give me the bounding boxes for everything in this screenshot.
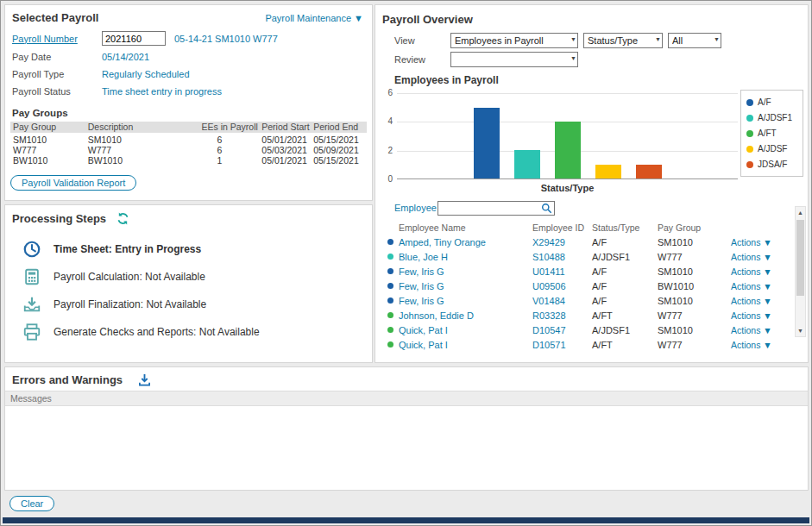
all-filter-select[interactable]: All — [668, 33, 721, 48]
period-end-cell: 05/15/2021 — [313, 155, 367, 166]
step-time-sheet: Time Sheet: Entry in Progress — [5, 235, 372, 263]
employee-row: Blue, Joe H S10488 A/JDSF1 W777 Actions … — [375, 249, 808, 264]
actions-menu[interactable]: Actions ▼ — [731, 266, 772, 277]
employee-search-row: Employee — [375, 198, 808, 217]
pay-groups-title: Pay Groups — [5, 100, 372, 122]
payroll-validation-report-button[interactable]: Payroll Validation Report — [10, 175, 136, 191]
status-type-cell: A/FT — [592, 310, 658, 321]
employee-row: Johnson, Eddie D R03328 A/FT W777 Action… — [375, 308, 808, 322]
pay-groups-header-row: Pay Group Description EEs in Payroll Per… — [10, 122, 367, 133]
employee-row: Few, Iris G U01411 A/F SM1010 Actions ▼ — [375, 264, 808, 279]
pay-date-label: Pay Date — [12, 52, 102, 62]
search-icon[interactable] — [541, 203, 552, 216]
processing-steps-panel: Processing Steps Time Sheet: Entr — [4, 204, 373, 363]
pay-group-cell: W777 — [658, 340, 731, 350]
column-header-employee-id: Employee ID — [532, 222, 592, 233]
employee-id-link[interactable]: X29429 — [532, 237, 592, 247]
employee-id-link[interactable]: V01484 — [532, 296, 592, 306]
clear-button[interactable]: Clear — [9, 496, 54, 511]
employee-table-scrollbar[interactable]: ▲ ▼ — [795, 206, 806, 337]
column-header-period-start: Period Start — [261, 122, 313, 133]
y-tick: 4 — [379, 116, 393, 126]
bar-A/JDSF1 — [514, 150, 540, 178]
status-type-cell: A/F — [592, 281, 658, 291]
legend-dot — [746, 99, 753, 106]
pay-group-cell: W777 — [658, 310, 731, 321]
pay-group-cell: W777 — [10, 145, 88, 155]
employee-name-link[interactable]: Johnson, Eddie D — [399, 310, 474, 321]
finalize-tray-icon — [22, 295, 41, 314]
actions-menu[interactable]: Actions ▼ — [731, 296, 772, 306]
employee-id-link[interactable]: D10547 — [532, 325, 592, 335]
step-payroll-finalization: Payroll Finalization: Not Available — [5, 291, 372, 318]
pay-group-cell: BW1010 — [658, 281, 731, 291]
actions-menu[interactable]: Actions ▼ — [731, 310, 772, 321]
column-header-ees: EEs in Payroll — [201, 122, 261, 133]
legend-label: A/JDSF1 — [758, 113, 792, 122]
view-select[interactable]: Employees in Payroll — [450, 33, 578, 48]
bottom-status-bar — [3, 517, 809, 523]
employee-id-link[interactable]: R03328 — [532, 310, 592, 321]
employee-name-link[interactable]: Amped, Tiny Orange — [399, 237, 486, 247]
bar-A/FT — [555, 122, 581, 178]
scrollbar-thumb[interactable] — [796, 220, 804, 296]
employee-name-link[interactable]: Blue, Joe H — [399, 252, 448, 262]
column-header-period-end: Period End — [313, 122, 367, 133]
pay-date-value: 05/14/2021 — [102, 52, 149, 62]
step-label: Payroll Finalization: Not Available — [54, 298, 206, 310]
pay-group-row: BW1010 BW1010 1 05/01/2021 05/15/2021 — [10, 155, 367, 166]
legend-dot — [746, 130, 753, 137]
ees-cell: 6 — [201, 135, 261, 145]
employee-name-link[interactable]: Few, Iris G — [399, 281, 444, 291]
employee-id-link[interactable]: S10488 — [532, 252, 592, 262]
payroll-type-value: Regularly Scheduled — [102, 69, 190, 79]
employee-id-link[interactable]: U01411 — [532, 266, 592, 277]
payroll-number-link[interactable]: Payroll Number — [12, 34, 102, 44]
description-cell: BW1010 — [88, 155, 202, 166]
status-dot — [387, 297, 393, 304]
pay-group-cell: W777 — [658, 252, 731, 262]
y-tick: 2 — [379, 146, 393, 155]
actions-menu[interactable]: Actions ▼ — [731, 281, 772, 291]
printer-icon — [22, 322, 41, 341]
employee-name-link[interactable]: Few, Iris G — [399, 296, 444, 306]
actions-menu[interactable]: Actions ▼ — [731, 340, 772, 350]
employee-name-link[interactable]: Quick, Pat I — [399, 340, 448, 350]
employee-name-link[interactable]: Few, Iris G — [399, 266, 444, 277]
legend-label: A/JDSF — [758, 144, 787, 153]
status-type-cell: A/JDSF1 — [592, 252, 658, 262]
calculator-icon — [22, 267, 41, 286]
actions-menu[interactable]: Actions ▼ — [731, 325, 772, 335]
pay-group-row: W777 W777 6 05/03/2021 05/09/2021 — [10, 145, 367, 155]
actions-menu[interactable]: Actions ▼ — [731, 237, 772, 247]
status-type-filter-select[interactable]: Status/Type — [583, 33, 663, 48]
status-dot — [387, 312, 393, 318]
legend-dot — [746, 146, 753, 153]
column-header-employee-name: Employee Name — [399, 222, 532, 233]
pay-group-cell: SM1010 — [658, 325, 731, 335]
payroll-number-input[interactable] — [102, 31, 166, 46]
payroll-overview-panel: Payroll Overview View Employees in Payro… — [375, 4, 809, 363]
employee-id-link[interactable]: D10571 — [532, 340, 592, 350]
employee-id-link[interactable]: U09506 — [532, 281, 592, 291]
actions-menu[interactable]: Actions ▼ — [731, 252, 772, 262]
payroll-status-row: Payroll Status Time sheet entry in progr… — [5, 83, 372, 100]
period-start-cell: 05/01/2021 — [261, 155, 313, 166]
refresh-icon[interactable] — [116, 212, 129, 225]
employee-table-header: Employee Name Employee ID Status/Type Pa… — [375, 221, 808, 235]
column-header-pay-group: Pay Group — [10, 122, 88, 133]
employee-name-link[interactable]: Quick, Pat I — [399, 325, 448, 335]
clock-icon — [22, 240, 41, 259]
scroll-up-icon[interactable]: ▲ — [796, 207, 805, 218]
payroll-window: Selected Payroll Payroll Maintenance ▼ P… — [0, 0, 812, 526]
payroll-maintenance-menu[interactable]: Payroll Maintenance ▼ — [265, 13, 363, 23]
review-select[interactable] — [450, 52, 578, 67]
bar-A/JDSF — [595, 165, 621, 178]
status-dot — [387, 239, 393, 245]
period-end-cell: 05/09/2021 — [313, 145, 367, 155]
employees-bar-chart: 6 4 2 0 Status/Type A/F A/JDSF1 — [375, 90, 808, 197]
scroll-down-icon[interactable]: ▼ — [796, 325, 805, 336]
download-icon[interactable] — [138, 373, 151, 386]
employee-row: Quick, Pat I D10547 A/JDSF1 SM1010 Actio… — [375, 322, 808, 337]
employee-search-input[interactable] — [437, 201, 555, 216]
